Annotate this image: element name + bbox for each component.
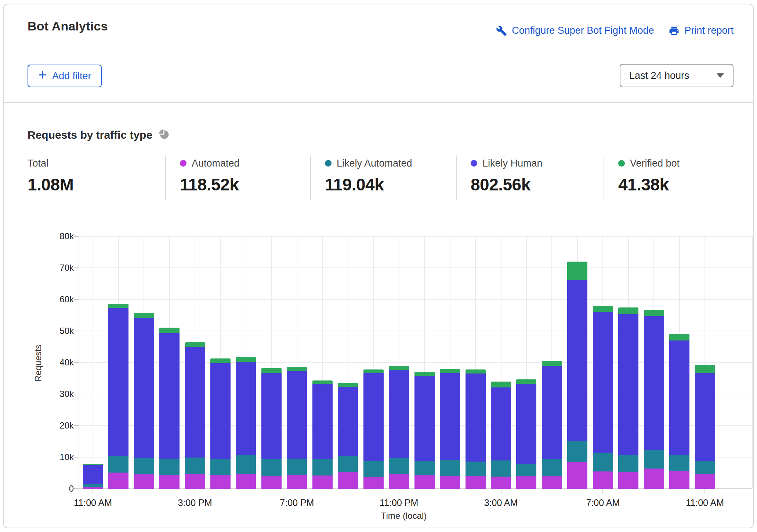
verified-bot-legend-dot (618, 160, 625, 167)
bar-column[interactable] (210, 358, 231, 489)
bar-segment-verified-bot (312, 380, 333, 384)
bar-column[interactable] (491, 382, 511, 489)
bar-segment-likely-human (134, 318, 154, 458)
bar-segment-likely-automated (134, 458, 154, 475)
bar-segment-likely-human (159, 333, 180, 459)
stat-verified-bot-label: Verified bot (630, 158, 680, 169)
bar-segment-likely-human (644, 316, 664, 450)
bar-column[interactable] (618, 307, 638, 489)
bar-segment-likely-automated (389, 458, 409, 474)
time-range-value: Last 24 hours (629, 70, 689, 81)
bar-segment-automated (83, 487, 103, 489)
bar-column[interactable] (644, 310, 664, 489)
bar-segment-likely-automated (618, 455, 638, 472)
bar-segment-likely-human (542, 366, 562, 459)
bar-segment-likely-automated (185, 458, 205, 474)
time-range-select[interactable]: Last 24 hours (620, 64, 734, 87)
section-title-row: Requests by traffic type (28, 128, 170, 141)
bar-segment-automated (210, 475, 231, 489)
y-axis-title: Requests (33, 323, 43, 404)
bar-column[interactable] (516, 379, 536, 489)
bar-column[interactable] (669, 334, 689, 489)
bar-segment-likely-human (567, 280, 587, 441)
chevron-down-icon (717, 73, 724, 78)
bar-column[interactable] (185, 342, 205, 489)
bar-column[interactable] (389, 366, 409, 489)
bar-segment-likely-automated (312, 459, 333, 475)
header-divider (4, 102, 753, 103)
header-links: Configure Super Bot Fight Mode Print rep… (496, 25, 734, 36)
likely-automated-legend-dot (325, 160, 332, 167)
bar-segment-automated (363, 477, 384, 489)
bar-segment-automated (134, 474, 154, 489)
bar-column[interactable] (338, 383, 358, 489)
bar-segment-likely-human (389, 370, 409, 459)
bar-segment-verified-bot (210, 358, 231, 363)
bar-segment-verified-bot (466, 369, 486, 374)
bar-segment-verified-bot (159, 328, 180, 333)
bar-segment-likely-human (414, 376, 435, 461)
printer-icon (669, 25, 680, 36)
bar-column[interactable] (363, 369, 384, 489)
bar-segment-likely-automated (414, 461, 435, 475)
bar-segment-automated (261, 476, 282, 489)
bar-column[interactable] (83, 464, 103, 489)
stat-total-label: Total (28, 158, 48, 169)
print-report-link[interactable]: Print report (669, 25, 734, 36)
bar-column[interactable] (695, 365, 715, 489)
bar-segment-automated (159, 475, 180, 489)
bar-column[interactable] (593, 306, 613, 489)
bar-segment-verified-bot (261, 368, 282, 373)
bar-column[interactable] (287, 367, 307, 489)
bar-segment-verified-bot (618, 307, 638, 314)
bar-segment-likely-automated (644, 450, 664, 469)
bar-segment-automated (516, 476, 536, 489)
stat-likely-human-value: 802.56k (471, 175, 604, 194)
bar-segment-likely-human (466, 374, 486, 462)
stat-verified-bot: Verified bot 41.38k (604, 156, 753, 200)
configure-super-bot-fight-mode-link[interactable]: Configure Super Bot Fight Mode (496, 25, 654, 36)
print-link-label: Print report (684, 25, 734, 36)
bar-column[interactable] (312, 380, 333, 489)
stats-row: Total 1.08M Automated 118.52k Likely Aut… (28, 156, 753, 200)
bar-segment-likely-human (83, 465, 103, 484)
bar-segment-likely-human (593, 312, 613, 453)
bar-segment-likely-automated (567, 441, 587, 462)
bar-column[interactable] (414, 372, 435, 489)
bar-segment-automated (567, 462, 587, 489)
bar-segment-automated (287, 475, 307, 489)
bar-column[interactable] (440, 369, 460, 489)
bar-segment-verified-bot (414, 372, 435, 376)
stat-total: Total 1.08M (28, 156, 165, 200)
section-title: Requests by traffic type (28, 129, 152, 141)
bar-segment-verified-bot (287, 367, 307, 371)
bar-segment-automated (338, 472, 358, 489)
bar-column[interactable] (542, 361, 562, 489)
bar-segment-automated (644, 469, 664, 489)
bar-column[interactable] (236, 357, 256, 489)
bar-segment-likely-automated (363, 461, 384, 477)
bar-segment-likely-automated (108, 456, 128, 473)
bar-column[interactable] (159, 328, 180, 489)
bar-segment-likely-automated (83, 484, 103, 487)
bar-segment-automated (593, 471, 613, 489)
bar-segment-automated (695, 474, 715, 489)
bar-segment-verified-bot (363, 369, 384, 373)
bar-segment-verified-bot (338, 383, 358, 387)
bar-segment-automated (491, 477, 511, 489)
bar-segment-likely-human (261, 373, 282, 459)
add-filter-button[interactable]: Add filter (28, 65, 102, 87)
bar-column[interactable] (134, 313, 154, 489)
bar-column[interactable] (466, 369, 486, 489)
configure-link-label: Configure Super Bot Fight Mode (512, 25, 654, 36)
bar-column[interactable] (261, 368, 282, 489)
bar-segment-likely-human (440, 373, 460, 460)
bar-column[interactable] (108, 304, 128, 489)
stat-likely-human: Likely Human 802.56k (456, 156, 604, 200)
stat-automated-value: 118.52k (180, 175, 310, 194)
bar-column[interactable] (567, 262, 587, 489)
bar-segment-likely-human (287, 371, 307, 459)
bar-segment-likely-automated (516, 464, 536, 476)
bar-segment-automated (108, 473, 128, 489)
bar-segment-likely-automated (236, 455, 256, 474)
